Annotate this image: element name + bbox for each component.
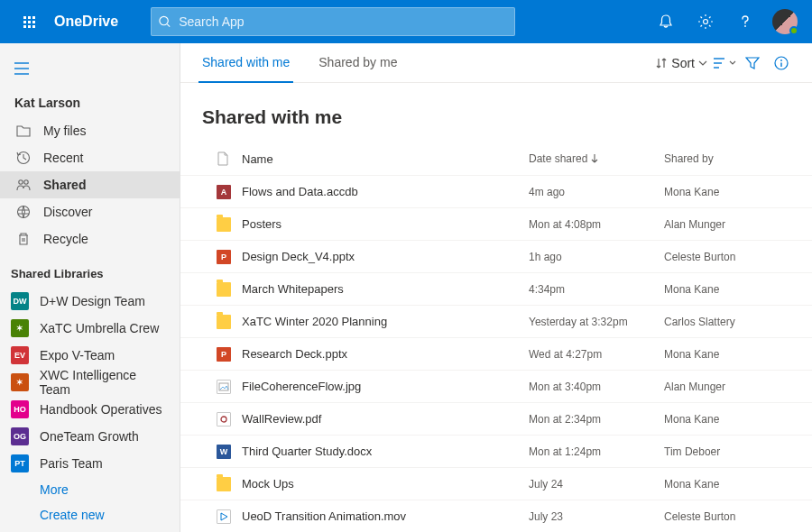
sidebar-item-recent[interactable]: Recent [0,144,180,171]
file-type-icon: P [202,347,242,362]
user-avatar[interactable] [772,9,798,34]
sidebar-user-name: Kat Larson [0,87,180,117]
file-name: Design Deck_V4.pptx [242,250,529,263]
file-date-shared: Yesterday at 3:32pm [529,316,664,328]
tab-shared-with-me[interactable]: Shared with me [198,43,293,83]
file-shared-by: Mona Kane [664,348,790,361]
list-icon [712,57,726,69]
search-input[interactable] [179,14,508,29]
column-header-name[interactable]: Name [242,152,529,166]
svg-point-10 [18,206,30,218]
column-header-shared-by[interactable]: Shared by [664,152,790,165]
file-name: WallReview.pdf [242,412,529,426]
file-shared-by: Alan Munger [664,218,790,231]
library-badge: ✶ [11,319,29,337]
file-date-shared: 4m ago [529,186,664,198]
file-type-icon [202,509,242,524]
file-shared-by: Tim Deboer [664,445,790,458]
sidebar-item-recycle[interactable]: Recycle [0,225,180,252]
shared-libraries-heading: Shared Libraries [0,252,180,288]
gear-icon [697,14,714,30]
table-row[interactable]: PostersMon at 4:08pmAlan Munger [180,207,812,240]
settings-button[interactable] [686,0,725,43]
tab-shared-by-me[interactable]: Shared by me [315,43,401,83]
library-badge: ✶ [11,373,29,391]
table-row[interactable]: PDesign Deck_V4.pptx1h agoCeleste Burton [180,240,812,272]
table-row[interactable]: PResearch Deck.pptxWed at 4:27pmMona Kan… [180,337,812,370]
library-badge: PT [11,454,29,472]
app-launcher-button[interactable] [7,0,51,43]
column-header-date[interactable]: Date shared [529,152,664,165]
library-badge: OG [11,427,29,445]
app-header: OneDrive [0,0,812,43]
sidebar: Kat Larson My filesRecentSharedDiscoverR… [0,43,180,532]
file-type-icon: W [202,445,242,459]
table-row[interactable]: WThird Quarter Study.docxMon at 1:24pmTi… [180,435,812,467]
file-date-shared: July 23 [529,510,664,523]
svg-point-2 [704,20,708,24]
file-date-shared: Wed at 4:27pm [529,348,664,361]
file-type-icon: P [202,250,242,264]
file-shared-by: Carlos Slattery [664,316,790,328]
library-label: Paris Team [40,456,103,471]
help-button[interactable] [725,0,765,43]
file-name: UeoD Transition Animation.mov [242,509,529,523]
notifications-button[interactable] [646,0,686,43]
file-name: Research Deck.pptx [242,347,529,361]
svg-point-0 [160,16,168,24]
library-label: XaTC Umbrella Crew [40,321,159,335]
search-box[interactable] [151,7,515,36]
table-row[interactable]: AFlows and Data.accdb4m agoMona Kane [180,175,812,207]
library-item[interactable]: ✶XWC Intelligence Team [0,369,180,396]
info-button[interactable] [769,50,794,76]
brand-label: OneDrive [54,14,118,30]
file-type-icon [202,412,242,427]
sidebar-item-discover[interactable]: Discover [0,198,180,225]
library-item[interactable]: EVExpo V-Team [0,342,180,369]
file-name: Mock Ups [242,477,529,491]
file-date-shared: Mon at 2:34pm [529,413,664,426]
sidebar-more-link[interactable]: More [0,477,180,502]
file-table: Name Date shared Shared by AFlows and Da… [180,142,812,532]
view-options-button[interactable] [711,50,736,76]
file-name: XaTC Winter 2020 Planning [242,315,529,328]
table-row[interactable]: Mock UpsJuly 24Mona Kane [180,467,812,500]
file-shared-by: Alan Munger [664,381,790,393]
sidebar-item-my-files[interactable]: My files [0,117,180,144]
file-name: Flows and Data.accdb [242,185,529,198]
library-item[interactable]: PTParis Team [0,450,180,477]
file-date-shared: Mon at 3:40pm [529,381,664,393]
file-name: March Whitepapers [242,282,529,296]
file-date-shared: Mon at 1:24pm [529,445,664,458]
hamburger-button[interactable] [0,50,43,87]
table-row[interactable]: March Whitepapers4:34pmMona Kane [180,272,812,305]
waffle-icon [23,16,35,28]
sort-button[interactable]: Sort [655,56,707,70]
library-item[interactable]: DWD+W Design Team [0,288,180,315]
library-label: Expo V-Team [40,348,115,362]
table-row[interactable]: XaTC Winter 2020 PlanningYesterday at 3:… [180,305,812,337]
library-label: OneTeam Growth [40,429,139,444]
library-item[interactable]: ✶XaTC Umbrella Crew [0,315,180,342]
chevron-down-icon [729,60,736,65]
sidebar-item-shared[interactable]: Shared [0,171,180,198]
file-shared-by: Mona Kane [664,283,790,296]
help-icon [737,14,753,30]
table-row[interactable]: WallReview.pdfMon at 2:34pmMona Kane [180,402,812,435]
sidebar-create-new-link[interactable]: Create new [0,502,180,527]
filter-button[interactable] [740,50,765,76]
search-icon [158,14,171,29]
tab-bar: Shared with me Shared by me Sort [180,43,812,83]
file-type-icon [202,477,242,491]
recent-icon [14,149,32,167]
library-badge: EV [11,346,29,364]
table-row[interactable]: FileCoherenceFlow.jpgMon at 3:40pmAlan M… [180,370,812,402]
table-row[interactable]: UeoD Transition Animation.movJuly 23Cele… [180,500,812,532]
sidebar-item-label: My files [43,124,86,138]
discover-icon [14,203,32,221]
hamburger-icon [14,62,29,75]
file-shared-by: Mona Kane [664,478,790,491]
main-content: Shared with me Shared by me Sort Shared … [180,43,812,532]
library-item[interactable]: HOHandbook Operatives [0,396,180,423]
library-item[interactable]: OGOneTeam Growth [0,423,180,450]
